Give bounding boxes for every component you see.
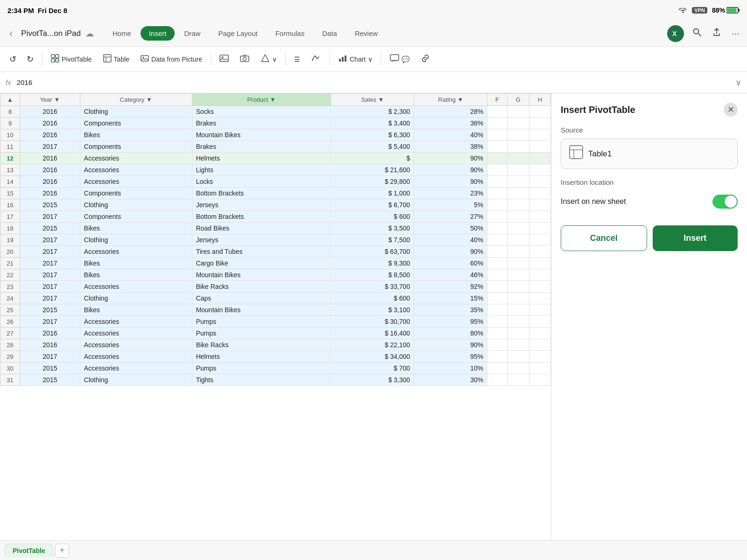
table-row[interactable]: 24 2017 Clothing Caps $ 600 15% [0,293,551,304]
product-cell[interactable]: Cargo Bike [192,258,331,269]
tab-page-layout[interactable]: Page Layout [210,26,266,41]
rating-cell[interactable]: 90% [414,176,487,188]
h-cell[interactable] [529,374,551,386]
table-row[interactable]: 10 2016 Bikes Mountain Bikes $ 6,300 40% [0,129,551,141]
product-cell[interactable]: Mountain Bikes [192,304,331,316]
category-cell[interactable]: Bikes [80,304,192,316]
product-cell[interactable]: Bike Racks [192,281,331,293]
year-cell[interactable]: 2015 [20,223,80,234]
g-cell[interactable] [507,339,529,351]
rating-cell[interactable]: 95% [414,351,487,363]
sales-cell[interactable]: $ 2,300 [331,106,414,118]
year-cell[interactable]: 2016 [20,339,80,351]
table-row[interactable]: 26 2017 Accessories Pumps $ 30,700 95% [0,316,551,328]
g-cell[interactable] [507,211,529,223]
sales-cell[interactable]: $ [331,153,414,164]
rating-cell[interactable]: 5% [414,199,487,211]
shapes-button[interactable]: ∨ [256,51,282,67]
category-cell[interactable]: Accessories [80,328,192,339]
table-row[interactable]: 23 2017 Accessories Bike Racks $ 33,700 … [0,281,551,293]
sales-cell[interactable]: $ 33,700 [331,281,414,293]
year-cell[interactable]: 2017 [20,234,80,246]
table-row[interactable]: 8 2016 Clothing Socks $ 2,300 28% [0,106,551,118]
product-cell[interactable]: Jerseys [192,234,331,246]
category-cell[interactable]: Bikes [80,129,192,141]
col-header-sales[interactable]: Sales ▼ [331,94,414,106]
f-cell[interactable] [487,199,507,211]
rating-cell[interactable]: 30% [414,374,487,386]
category-cell[interactable]: Clothing [80,234,192,246]
table-row[interactable]: 31 2015 Clothing Tights $ 3,300 30% [0,374,551,386]
g-cell[interactable] [507,234,529,246]
category-cell[interactable]: Accessories [80,176,192,188]
h-cell[interactable] [529,258,551,269]
h-cell[interactable] [529,363,551,374]
h-cell[interactable] [529,281,551,293]
rating-cell[interactable]: 15% [414,293,487,304]
tab-data[interactable]: Data [314,26,345,41]
g-cell[interactable] [507,293,529,304]
product-cell[interactable]: Bottom Brackets [192,188,331,199]
link-button[interactable] [416,51,435,67]
h-cell[interactable] [529,304,551,316]
f-cell[interactable] [487,246,507,258]
h-cell[interactable] [529,153,551,164]
category-cell[interactable]: Clothing [80,199,192,211]
sales-cell[interactable]: $ 5,400 [331,141,414,153]
g-cell[interactable] [507,199,529,211]
rating-cell[interactable]: 40% [414,234,487,246]
sales-cell[interactable]: $ 3,100 [331,304,414,316]
table-row[interactable]: 25 2015 Bikes Mountain Bikes $ 3,100 35% [0,304,551,316]
table-button[interactable]: Table [99,51,134,67]
g-cell[interactable] [507,153,529,164]
f-cell[interactable] [487,153,507,164]
sales-cell[interactable]: $ 16,400 [331,328,414,339]
f-cell[interactable] [487,351,507,363]
product-cell[interactable]: Mountain Bikes [192,269,331,281]
h-cell[interactable] [529,176,551,188]
year-cell[interactable]: 2015 [20,304,80,316]
year-cell[interactable]: 2016 [20,129,80,141]
category-cell[interactable]: Bikes [80,223,192,234]
col-header-product[interactable]: Product ▼ [192,94,331,106]
category-cell[interactable]: Clothing [80,106,192,118]
rating-cell[interactable]: 35% [414,304,487,316]
rating-cell[interactable]: 27% [414,211,487,223]
formula-expand-button[interactable]: ∨ [735,77,741,88]
h-cell[interactable] [529,223,551,234]
rating-cell[interactable]: 90% [414,246,487,258]
sales-cell[interactable]: $ 700 [331,363,414,374]
year-cell[interactable]: 2016 [20,106,80,118]
insert-on-new-sheet-toggle[interactable] [712,195,738,209]
h-cell[interactable] [529,164,551,176]
sales-cell[interactable]: $ 22,100 [331,339,414,351]
add-sheet-button[interactable]: + [55,544,69,558]
chart-button[interactable]: Chart ∨ [333,51,377,67]
sales-cell[interactable]: $ 21,600 [331,164,414,176]
table-row[interactable]: 12 2016 Accessories Helmets $ 90% [0,153,551,164]
sheet-tab-pivot-table[interactable]: PivotTable [5,544,53,557]
rating-cell[interactable]: 38% [414,141,487,153]
h-cell[interactable] [529,246,551,258]
product-cell[interactable]: Brakes [192,118,331,129]
g-cell[interactable] [507,106,529,118]
more-button[interactable]: ··· [730,26,741,41]
sales-cell[interactable]: $ 7,500 [331,234,414,246]
product-cell[interactable]: Caps [192,293,331,304]
product-cell[interactable]: Road Bikes [192,223,331,234]
category-cell[interactable]: Components [80,188,192,199]
table-row[interactable]: 15 2016 Components Bottom Brackets $ 1,0… [0,188,551,199]
category-cell[interactable]: Bikes [80,269,192,281]
insert-button[interactable]: Insert [653,225,738,251]
redo-button[interactable]: ↻ [22,51,38,67]
table-row[interactable]: 19 2017 Clothing Jerseys $ 7,500 40% [0,234,551,246]
category-cell[interactable]: Accessories [80,351,192,363]
f-cell[interactable] [487,234,507,246]
h-cell[interactable] [529,269,551,281]
f-cell[interactable] [487,258,507,269]
product-cell[interactable]: Socks [192,106,331,118]
sales-cell[interactable]: $ 63,700 [331,246,414,258]
table-row[interactable]: 16 2015 Clothing Jerseys $ 6,700 5% [0,199,551,211]
category-cell[interactable]: Components [80,141,192,153]
h-cell[interactable] [529,211,551,223]
